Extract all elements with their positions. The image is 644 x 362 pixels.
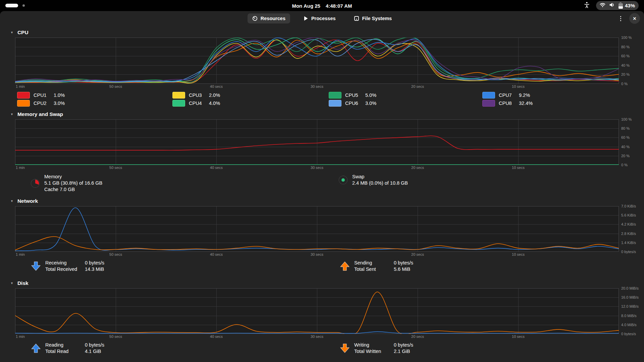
clock-time: 4:48:07 AM [326, 3, 352, 8]
cpu3-color-swatch[interactable] [172, 92, 185, 99]
clock[interactable]: Mon Aug 25 4:48:07 AM [292, 3, 352, 8]
total-sent-label: Total Sent [354, 266, 394, 273]
cpu4-value: 4.0% [209, 101, 220, 106]
cpu2-color-swatch[interactable] [17, 100, 30, 107]
cpu5-legend-item: CPU5 5.0% [329, 92, 376, 99]
sending-label: Sending [354, 260, 394, 266]
battery-percent: 43% [625, 3, 635, 8]
network-section-header[interactable]: ▼ Network [0, 197, 644, 205]
cpu-section-header[interactable]: ▼ CPU [0, 28, 644, 37]
swap-label: Swap [352, 174, 408, 180]
cpu4-legend-item: CPU4 4.0% [172, 100, 220, 107]
memory-x-axis-labels: 1 min50 secs40 secs30 secs20 secs10 secs [15, 165, 619, 170]
memory-label: Memory [44, 174, 102, 180]
receiving-legend-group: Receiving 0 bytes/s Total Received 14.3 … [31, 260, 104, 273]
network-section-title: Network [17, 198, 38, 204]
cpu7-color-swatch[interactable] [482, 92, 495, 99]
memory-section-header[interactable]: ▼ Memory and Swap [0, 110, 644, 118]
cpu5-color-swatch[interactable] [329, 92, 341, 99]
memory-usage: 5.1 GB (30.8%) of 16.6 GB [44, 180, 102, 186]
total-sent-value: 5.6 MiB [394, 266, 413, 273]
cpu7-value: 9.2% [519, 93, 530, 98]
chevron-down-icon: ▼ [10, 113, 13, 116]
cpu6-value: 3.0% [365, 101, 376, 106]
cpu8-value: 32.4% [519, 101, 533, 106]
tab-processes-label: Processes [311, 16, 336, 21]
cpu6-legend-item: CPU6 3.0% [329, 100, 376, 107]
disk-x-axis-labels: 1 min50 secs40 secs30 secs20 secs10 secs [15, 334, 619, 339]
network-x-axis-labels: 1 min50 secs40 secs30 secs20 secs10 secs [15, 252, 619, 257]
disk-section-header[interactable]: ▼ Disk [0, 279, 644, 287]
close-window-button[interactable]: ✕ [629, 13, 640, 24]
sending-legend-group: Sending 0 bytes/s Total Sent 5.6 MiB [340, 260, 413, 273]
disk-y-axis-labels: 20.0 MiB/s16.0 MiB/s12.0 MiB/s8.0 MiB/s4… [621, 288, 644, 334]
system-status-menu[interactable]: 43% [596, 1, 639, 10]
swap-pie-icon [339, 176, 347, 184]
tab-resources[interactable]: Resources [248, 13, 290, 23]
cpu8-legend-item: CPU8 32.4% [482, 100, 533, 107]
cpu-legend: CPU1 1.0% CPU2 3.0% CPU3 2.0% CPU4 4.0% [0, 92, 644, 108]
total-received-value: 14.3 MiB [85, 266, 104, 273]
accessibility-icon[interactable] [584, 2, 590, 9]
headerbar: Resources Processes File Systems [0, 11, 644, 26]
cpu-x-axis-labels: 1 min50 secs40 secs30 secs20 secs10 secs [15, 84, 619, 89]
network-y-axis-labels: 7.0 KiB/s5.6 KiB/s4.2 KiB/s2.8 KiB/s1.4 … [621, 206, 644, 252]
battery-icon [619, 3, 623, 9]
cpu2-label: CPU2 [34, 101, 54, 106]
cpu-section-title: CPU [17, 29, 29, 36]
memory-cache: Cache 7.0 GB [44, 186, 102, 193]
cpu1-legend-item: CPU1 1.0% [17, 92, 65, 99]
writing-legend-group: Writing 0 bytes/s Total Written 2.1 GiB [340, 342, 413, 355]
tab-file-systems[interactable]: File Systems [349, 13, 397, 23]
memory-y-axis-labels: 100 %80 %60 %40 %20 %0 % [621, 119, 644, 165]
cpu4-color-swatch[interactable] [172, 100, 185, 107]
total-written-label: Total Written [354, 348, 394, 355]
cpu3-value: 2.0% [209, 93, 220, 98]
cpu1-label: CPU1 [34, 93, 54, 98]
workspace-dot[interactable] [22, 4, 25, 7]
cpu3-legend-item: CPU3 2.0% [172, 92, 220, 99]
cpu7-legend-item: CPU7 9.2% [482, 92, 533, 99]
wifi-icon [600, 3, 605, 9]
cpu6-color-swatch[interactable] [329, 100, 341, 107]
network-legend: Receiving 0 bytes/s Total Received 14.3 … [0, 260, 644, 277]
cpu7-label: CPU7 [499, 93, 519, 98]
tab-file-systems-label: File Systems [362, 16, 392, 21]
disk-section-title: Disk [17, 280, 29, 286]
system-monitor-window: Resources Processes File Systems [0, 11, 644, 362]
receiving-label: Receiving [45, 260, 85, 266]
cpu5-label: CPU5 [345, 93, 365, 98]
cpu-history-chart: 100 %80 %60 %40 %20 %0 % [15, 38, 619, 84]
activities-indicator[interactable] [5, 4, 18, 7]
menu-kebab-icon[interactable] [618, 14, 623, 23]
chevron-down-icon: ▼ [10, 199, 13, 203]
cpu8-label: CPU8 [499, 101, 519, 106]
view-switcher: Resources Processes File Systems [248, 13, 396, 23]
tab-processes[interactable]: Processes [299, 13, 340, 23]
close-icon: ✕ [633, 16, 637, 21]
arrow-down-icon [31, 261, 41, 271]
system-top-bar: Mon Aug 25 4:48:07 AM [0, 0, 644, 11]
arrow-down-icon [340, 343, 350, 353]
gauge-icon [252, 16, 258, 21]
swap-usage: 2.4 MB (0.0%) of 10.8 GB [352, 180, 408, 186]
receiving-rate: 0 bytes/s [85, 260, 104, 266]
cpu8-color-swatch[interactable] [482, 100, 495, 107]
cpu2-legend-item: CPU2 3.0% [17, 100, 65, 107]
play-icon [304, 16, 308, 21]
volume-icon [609, 2, 615, 9]
cpu-y-axis-labels: 100 %80 %60 %40 %20 %0 % [621, 38, 644, 84]
cpu1-value: 1.0% [54, 93, 65, 98]
reading-legend-group: Reading 0 bytes/s Total Read 4.1 GiB [31, 342, 104, 355]
chevron-down-icon: ▼ [10, 31, 13, 34]
cpu1-color-swatch[interactable] [17, 92, 30, 99]
total-read-value: 4.1 GiB [85, 348, 104, 355]
cpu6-label: CPU6 [345, 101, 365, 106]
swap-legend-group: Swap 2.4 MB (0.0%) of 10.8 GB [339, 174, 408, 186]
disk-history-chart: 20.0 MiB/s16.0 MiB/s12.0 MiB/s8.0 MiB/s4… [15, 288, 619, 334]
arrow-up-icon [31, 343, 41, 353]
total-read-label: Total Read [45, 348, 85, 355]
clock-date: Mon Aug 25 [292, 3, 320, 8]
battery-indicator: 43% [619, 3, 635, 9]
tab-resources-label: Resources [261, 16, 285, 21]
